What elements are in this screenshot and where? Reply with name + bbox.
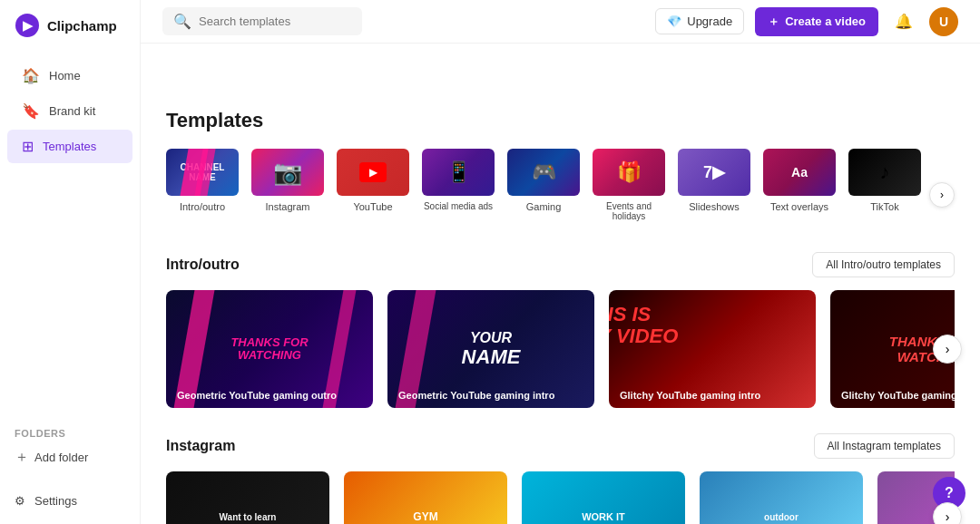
intro-outro-title: Intro/outro <box>166 257 240 273</box>
intro-outro-cards: THANKS FORWATCHING Geometric YouTube gam… <box>166 290 955 408</box>
home-icon: 🏠 <box>22 67 40 84</box>
categories-row: CHANNELNAME Intro/outro 📷 Instagram <box>166 149 926 227</box>
instagram-card-1[interactable]: Want to learn <box>166 471 329 524</box>
intro-outro-next-button[interactable]: › <box>933 335 962 364</box>
svg-text:▶: ▶ <box>23 18 34 33</box>
category-text-overlays[interactable]: Aa Text overlays <box>763 149 836 212</box>
upgrade-icon: 💎 <box>667 15 681 28</box>
template-card-geo-intro[interactable]: YOURNAME Geometric YouTube gaming intro <box>387 290 594 408</box>
category-gaming[interactable]: 🎮 Gaming <box>507 149 580 212</box>
search-input[interactable] <box>199 15 351 28</box>
instagram-card-3[interactable]: WORK IT <box>522 471 685 524</box>
notifications-button[interactable]: 🔔 <box>889 7 918 36</box>
settings-icon: ⚙ <box>15 494 25 508</box>
categories-next-button[interactable]: › <box>929 182 955 208</box>
upgrade-button[interactable]: 💎 Upgrade <box>655 8 744 34</box>
nav-items: 🏠 Home 🔖 Brand kit ⊞ Templates <box>0 51 140 421</box>
folders-section: FOLDERS ＋ Add folder <box>0 421 140 478</box>
sidebar-item-home[interactable]: 🏠 Home <box>7 59 132 92</box>
folders-label: FOLDERS <box>15 428 125 439</box>
topbar: 🔍 💎 Upgrade ＋ Create a video 🔔 U <box>141 0 980 44</box>
instagram-card-2[interactable]: GYM <box>344 471 507 524</box>
instagram-title: Instagram <box>166 438 235 454</box>
search-box[interactable]: 🔍 <box>162 7 362 35</box>
category-instagram[interactable]: 📷 Instagram <box>251 149 324 212</box>
avatar[interactable]: U <box>929 7 958 36</box>
plus-icon: ＋ <box>15 448 29 467</box>
category-slideshows[interactable]: 7▶ Slideshows <box>678 149 750 212</box>
sidebar: ▶ Clipchamp 🏠 Home 🔖 Brand kit ⊞ Templat… <box>0 0 141 524</box>
create-video-button[interactable]: ＋ Create a video <box>755 7 878 36</box>
category-intro-outro[interactable]: CHANNELNAME Intro/outro <box>166 149 239 212</box>
all-instagram-button[interactable]: All Instagram templates <box>814 433 955 459</box>
settings-button[interactable]: ⚙ Settings <box>15 489 125 513</box>
add-folder-button[interactable]: ＋ Add folder <box>15 444 125 471</box>
topbar-actions: 💎 Upgrade ＋ Create a video 🔔 U <box>655 7 958 36</box>
instagram-card-4[interactable]: outdoor <box>700 471 863 524</box>
logo[interactable]: ▶ Clipchamp <box>0 0 140 51</box>
settings-area: ⚙ Settings <box>0 478 140 524</box>
clipchamp-logo-icon: ▶ <box>15 13 40 38</box>
instagram-cards: Want to learn GYM WORK IT outdoor INDIHA <box>166 471 955 524</box>
search-icon: 🔍 <box>173 13 191 30</box>
instagram-section: Instagram All Instagram templates Want t… <box>166 433 955 524</box>
main-content: Templates CHANNELNAME Intro/outro <box>141 44 980 524</box>
category-youtube[interactable]: YouTube <box>337 149 409 212</box>
category-events-holidays[interactable]: 🎁 Events and holidays <box>593 149 665 221</box>
all-intro-outro-button[interactable]: All Intro/outro templates <box>812 252 955 277</box>
instagram-next-button[interactable]: › <box>933 502 962 524</box>
brand-kit-icon: 🔖 <box>22 102 40 120</box>
app-name: Clipchamp <box>47 18 117 34</box>
category-tiktok[interactable]: ♪ TikTok <box>848 149 921 212</box>
sidebar-item-brand-kit[interactable]: 🔖 Brand kit <box>7 94 132 128</box>
template-card-geo-outro[interactable]: THANKS FORWATCHING Geometric YouTube gam… <box>166 290 373 408</box>
create-plus-icon: ＋ <box>768 14 779 30</box>
category-social-media-ads[interactable]: 📱 Social media ads <box>422 149 495 211</box>
template-card-glitchy-intro[interactable]: THIS ISMY VIDEO Glitchy YouTube gaming i… <box>609 290 816 408</box>
sidebar-item-templates[interactable]: ⊞ Templates <box>7 130 132 163</box>
templates-icon: ⊞ <box>22 138 34 155</box>
intro-outro-section: Intro/outro All Intro/outro templates TH… <box>166 252 955 408</box>
page-title: Templates <box>166 109 955 132</box>
